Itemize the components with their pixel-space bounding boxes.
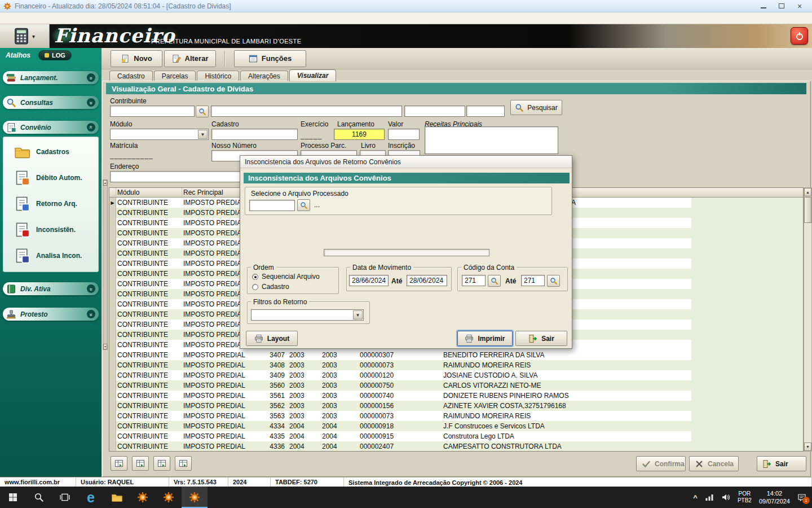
contribuinte-doc2-input[interactable] [466, 106, 505, 117]
radio-icon [252, 274, 258, 280]
sidebar-item-protesto[interactable]: Protesto » [3, 308, 99, 321]
table-scrollbar[interactable]: ▲ ▼ [804, 187, 812, 452]
file-explorer-button[interactable] [104, 487, 130, 508]
conta-de-input[interactable]: 271 [462, 275, 486, 286]
cell-rec-principal: IMPOSTO PREDIAL [182, 431, 253, 441]
tab-alteracoes[interactable]: Alterações [240, 71, 288, 81]
dialog-titlebar[interactable]: Insconcistencia dos Arquivos de Retorno … [240, 156, 572, 168]
document-icon [14, 248, 30, 264]
scroll-up-icon[interactable]: ▲ [103, 180, 107, 186]
scroll-down-icon[interactable]: ▼ [103, 344, 107, 349]
app-button-active[interactable] [182, 487, 208, 508]
action-center-button[interactable]: 1 [797, 493, 806, 502]
log-button[interactable]: LOG [38, 50, 72, 60]
nav-last-button[interactable] [175, 456, 192, 471]
cadastro-input[interactable] [211, 129, 298, 140]
exit-app-button[interactable] [791, 27, 808, 45]
maximize-button[interactable] [773, 1, 791, 12]
tab-visualizar[interactable]: Visualizar [289, 69, 337, 81]
alterar-button[interactable]: Alterar [164, 50, 216, 67]
nosso-numero-label: Nosso Número [211, 142, 257, 150]
imprimir-button[interactable]: Imprimir [457, 331, 513, 346]
sair-button[interactable]: Sair [757, 456, 806, 471]
receitas-principais-listbox[interactable] [425, 126, 558, 154]
row-indicator [109, 269, 116, 279]
radio-sequencial-arquivo[interactable]: Sequencial Arquivo [252, 273, 320, 281]
close-button[interactable]: × [791, 1, 809, 12]
panel-scrollbar[interactable]: ▲ ▼ [103, 179, 108, 350]
app-button-1[interactable] [130, 487, 156, 508]
contribuinte-search-button[interactable] [196, 106, 209, 117]
sidebar-item-convenio[interactable]: Convênio » [3, 121, 99, 134]
sidebar-item-retorno-arquivo[interactable]: Retorno Arq. [3, 191, 99, 217]
exercicio-input[interactable]: _____ [301, 132, 322, 139]
valor-input[interactable] [388, 129, 420, 140]
speaker-icon[interactable] [721, 493, 730, 502]
language-indicator[interactable]: POR PTB2 [738, 491, 752, 505]
conta-ate-search-button[interactable] [547, 275, 560, 287]
clock[interactable]: 14:02 09/07/2024 [759, 489, 790, 506]
cell-ano: 2004 [320, 441, 356, 452]
sidebar-item-analisa-inconsistencia[interactable]: Analisa Incon. [3, 243, 99, 269]
dialog-sair-button[interactable]: Sair [515, 331, 567, 346]
cell-rec-principal: IMPOSTO PREDIAL [182, 380, 253, 391]
conta-ate-input[interactable]: 271 [521, 275, 545, 286]
data-movimento-group: Data de Movimento 28/66/2024 Até 28/06/2… [346, 267, 452, 291]
matricula-input[interactable]: __________ [110, 151, 153, 159]
novo-button[interactable]: Novo [111, 50, 162, 67]
start-button[interactable] [0, 487, 26, 508]
confirma-button[interactable]: Confirma [636, 456, 686, 471]
contribuinte-code-input[interactable] [110, 106, 195, 117]
cancela-button[interactable]: Cancela [689, 456, 739, 471]
filtros-retorno-select[interactable]: ▼ [251, 309, 364, 321]
tab-cadastro[interactable]: Cadastro [109, 71, 153, 81]
banner-calculator-button[interactable]: ▾ [0, 24, 50, 48]
tab-parcelas[interactable]: Parcelas [154, 71, 196, 81]
sidebar-item-cadastros[interactable]: Cadastros [3, 139, 99, 165]
nav-next-button[interactable] [153, 456, 170, 471]
row-indicator [109, 259, 116, 269]
contribuinte-name-input[interactable] [211, 106, 402, 117]
scroll-up-icon[interactable]: ▲ [804, 188, 811, 196]
minimize-button[interactable] [754, 1, 773, 12]
sidebar-item-divida-ativa[interactable]: Div. Ativa » [3, 282, 99, 295]
app-button-2[interactable] [156, 487, 182, 508]
contribuinte-doc-input[interactable] [404, 106, 465, 117]
printer-icon [254, 334, 263, 343]
layout-button[interactable]: Layout [246, 331, 298, 346]
sidebar-item-inconsistencia[interactable]: Inconsistên. [3, 217, 99, 243]
data-ate-input[interactable]: 28/06/2024 [407, 275, 447, 286]
data-de-input[interactable]: 28/66/2024 [349, 275, 389, 286]
conta-de-search-button[interactable] [488, 275, 501, 287]
nav-prev-button[interactable] [132, 456, 149, 471]
scroll-down-icon[interactable]: ▼ [804, 443, 811, 451]
sidebar-item-lancamentos[interactable]: Lançament. » [3, 71, 99, 84]
arquivo-search-button[interactable] [297, 199, 310, 211]
header-modulo[interactable]: Módulo [116, 188, 182, 197]
sidebar-item-label: Cadastros [36, 148, 69, 156]
app-logo-icon [3, 2, 11, 10]
sidebar-item-consultas[interactable]: Consultas » [3, 96, 99, 109]
scrollbar-thumb[interactable] [804, 197, 811, 223]
row-indicator [109, 401, 116, 411]
tab-historico[interactable]: Histórico [197, 71, 239, 81]
chevron-down-icon: » [87, 310, 95, 318]
atalhos-label: Atalhos [6, 51, 30, 59]
dialog-sair-label: Sair [541, 335, 554, 343]
radio-cadastro[interactable]: Cadastro [252, 283, 289, 291]
arquivo-input[interactable] [249, 200, 295, 211]
chevron-down-icon: » [87, 98, 95, 107]
cell-ano: 2003 [320, 370, 356, 380]
browser-button[interactable]: e [78, 487, 104, 508]
task-view-button[interactable] [52, 487, 78, 508]
document-icon [14, 196, 30, 212]
taskbar-search-button[interactable] [26, 487, 52, 508]
lancamento-input[interactable]: 1169 [334, 129, 385, 140]
sidebar-item-debito-automatico[interactable]: Débito Autom. [3, 165, 99, 191]
pesquisar-button[interactable]: Pesquisar [510, 100, 562, 115]
nav-first-button[interactable] [111, 456, 127, 471]
modulo-select[interactable]: ▼ [110, 129, 209, 140]
tray-chevron-icon[interactable]: ^ [693, 493, 698, 502]
network-icon[interactable] [705, 493, 714, 502]
funcoes-button[interactable]: Funções [234, 50, 306, 67]
